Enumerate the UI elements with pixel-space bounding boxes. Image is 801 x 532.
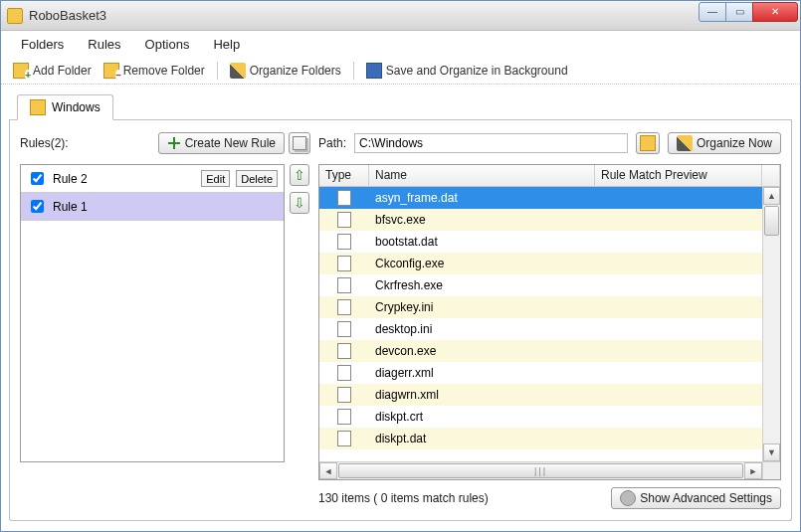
path-label: Path: [318,136,346,150]
file-preview [595,218,762,222]
move-up-button[interactable]: ⇧ [290,164,309,186]
file-row[interactable]: diskpt.crt [319,406,762,428]
arrow-down-icon: ⇩ [294,195,305,211]
file-row[interactable]: bfsvc.exe [319,209,762,231]
panel: Rules(2): Create New Rule [9,120,792,521]
file-name: bfsvc.exe [369,211,595,229]
file-preview [595,327,762,331]
file-row[interactable]: diagerr.xml [319,362,762,384]
tab-row: Windows [9,92,792,120]
file-row[interactable]: Ckrfresh.exe [319,274,762,296]
rule-item[interactable]: Rule 2 Edit Delete [21,165,284,193]
scroll-up-button[interactable]: ▲ [763,187,780,205]
organize-now-button[interactable]: Organize Now [668,132,781,154]
file-name: Ckconfig.exe [369,255,595,272]
file-icon [337,277,351,293]
window-title: RoboBasket3 [29,8,106,23]
wand-icon [677,135,693,151]
file-name: Ckrfresh.exe [369,276,595,294]
file-row[interactable]: Crypkey.ini [319,296,762,318]
scroll-thumb[interactable]: ||| [338,463,743,478]
folder-icon [30,99,46,115]
arrow-up-icon: ⇧ [294,167,305,183]
file-icon [337,299,351,315]
rule-checkbox[interactable] [31,200,44,213]
menu-options[interactable]: Options [135,34,200,55]
tab-windows[interactable]: Windows [17,94,113,120]
scroll-left-button[interactable]: ◄ [319,462,337,479]
file-name: diskpt.dat [369,430,595,447]
file-preview [595,196,762,200]
scroll-thumb[interactable] [764,206,779,236]
rule-name: Rule 2 [53,172,195,186]
delete-rule-button[interactable]: Delete [236,170,278,187]
file-grid[interactable]: Type Name Rule Match Preview asyn_frame.… [318,164,781,480]
minimize-button[interactable]: — [699,2,726,22]
file-preview [595,371,762,375]
file-icon [337,212,351,228]
menu-help[interactable]: Help [203,34,250,55]
file-icon [337,256,351,271]
file-name: diskpt.crt [369,408,595,426]
gear-icon [620,490,636,506]
rule-name: Rule 1 [53,200,278,214]
wand-icon [230,63,246,79]
maximize-button[interactable]: ▭ [725,2,753,22]
header-preview[interactable]: Rule Match Preview [595,165,762,186]
menu-folders[interactable]: Folders [11,34,74,55]
title-bar[interactable]: RoboBasket3 — ▭ ✕ [1,1,800,31]
path-input[interactable] [354,133,628,153]
toolbar-separator [217,62,218,80]
scroll-down-button[interactable]: ▼ [763,443,780,461]
scroll-right-button[interactable]: ► [744,462,762,479]
edit-rule-button[interactable]: Edit [201,170,230,187]
move-down-button[interactable]: ⇩ [290,192,309,214]
file-icon [337,343,351,359]
file-name: desktop.ini [369,320,595,338]
file-preview [595,305,762,309]
browse-folder-button[interactable] [636,132,660,154]
file-row[interactable]: diagwrn.xml [319,384,762,406]
app-icon [7,8,23,24]
organize-folders-button[interactable]: Organize Folders [226,61,345,81]
file-row[interactable]: bootstat.dat [319,231,762,253]
rule-item[interactable]: Rule 1 [21,193,284,221]
file-name: devcon.exe [369,342,595,360]
menu-bar: Folders Rules Options Help [1,31,800,57]
file-name: diagwrn.xml [369,386,595,404]
file-icon [337,321,351,337]
file-preview [595,393,762,397]
add-folder-button[interactable]: Add Folder [9,61,96,81]
show-advanced-settings-button[interactable]: Show Advanced Settings [611,487,781,509]
header-name[interactable]: Name [369,165,595,186]
rule-checkbox[interactable] [31,172,44,185]
file-icon [337,431,351,446]
save-bg-button[interactable]: Save and Organize in Background [362,61,572,81]
rules-panel: Rules(2): Create New Rule [20,130,310,510]
file-icon [337,387,351,403]
copy-rule-button[interactable] [289,132,310,154]
remove-folder-button[interactable]: Remove Folder [100,61,209,81]
plus-icon [167,136,181,150]
create-new-rule-button[interactable]: Create New Rule [158,132,285,154]
header-type[interactable]: Type [319,165,369,186]
file-icon [337,409,351,425]
rules-list[interactable]: Rule 2 Edit Delete Rule 1 [20,164,285,462]
header-spacer [762,165,780,186]
rules-label: Rules(2): [20,136,69,150]
file-row[interactable]: devcon.exe [319,340,762,362]
file-row[interactable]: desktop.ini [319,318,762,340]
file-row[interactable]: asyn_frame.dat [319,187,762,209]
file-name: asyn_frame.dat [369,189,595,207]
vertical-scrollbar[interactable]: ▲ ▼ [762,187,780,461]
file-row[interactable]: diskpt.dat [319,428,762,449]
file-preview [595,283,762,287]
file-name: bootstat.dat [369,233,595,251]
horizontal-scrollbar[interactable]: ◄ ||| ► [319,461,780,479]
app-window: RoboBasket3 — ▭ ✕ Folders Rules Options … [0,0,801,532]
file-row[interactable]: Ckconfig.exe [319,253,762,274]
grid-header: Type Name Rule Match Preview [319,165,780,187]
content-area: Windows Rules(2): Create New Rule [1,85,800,531]
menu-rules[interactable]: Rules [78,34,130,55]
close-button[interactable]: ✕ [752,2,798,22]
